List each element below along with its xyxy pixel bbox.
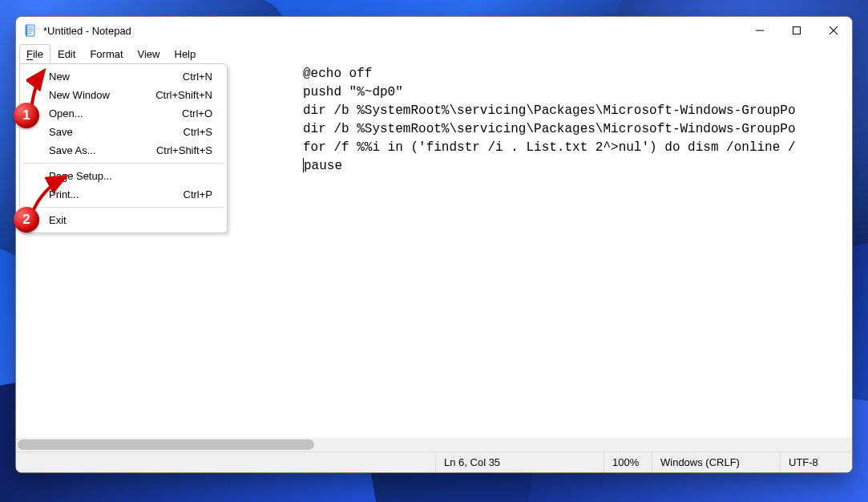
menu-format[interactable]: Format — [83, 44, 130, 63]
titlebar[interactable]: *Untitled - Notepad — [16, 17, 852, 44]
menu-item-new-window[interactable]: New Window Ctrl+Shift+N — [22, 86, 225, 104]
notepad-window: *Untitled - Notepad File New Ctrl+N New … — [15, 16, 853, 473]
menu-item-print[interactable]: Print... Ctrl+P — [22, 185, 225, 204]
menu-separator — [23, 207, 224, 208]
annotation-badge-2: 2 — [14, 207, 39, 233]
status-encoding: UTF-8 — [780, 452, 852, 472]
menu-item-exit[interactable]: Exit — [22, 211, 225, 229]
menu-item-save-as[interactable]: Save As... Ctrl+Shift+S — [22, 141, 225, 160]
maximize-button[interactable] — [778, 17, 815, 44]
menu-separator — [23, 163, 224, 164]
annotation-badge-1: 1 — [14, 103, 39, 128]
scrollbar-thumb[interactable] — [18, 439, 314, 450]
menu-edit[interactable]: Edit — [50, 44, 83, 63]
menu-item-page-setup[interactable]: Page Setup... — [22, 167, 225, 185]
status-position: Ln 6, Col 35 — [435, 452, 604, 472]
menu-item-open[interactable]: Open... Ctrl+O — [22, 104, 225, 123]
horizontal-scrollbar[interactable] — [16, 438, 852, 451]
menu-help[interactable]: Help — [168, 44, 204, 63]
menu-item-save[interactable]: Save Ctrl+S — [22, 123, 225, 141]
svg-rect-7 — [793, 27, 801, 34]
file-menu-dropdown: New Ctrl+N New Window Ctrl+Shift+N Open.… — [19, 63, 228, 233]
notepad-icon — [24, 24, 37, 37]
menu-file[interactable]: File New Ctrl+N New Window Ctrl+Shift+N … — [19, 44, 50, 63]
menu-view[interactable]: View — [131, 44, 168, 63]
status-empty — [16, 452, 435, 472]
minimize-button[interactable] — [741, 17, 778, 44]
close-button[interactable] — [815, 17, 852, 44]
status-zoom: 100% — [604, 452, 652, 472]
statusbar: Ln 6, Col 35 100% Windows (CRLF) UTF-8 — [16, 451, 852, 472]
menu-item-new[interactable]: New Ctrl+N — [22, 67, 225, 86]
window-title: *Untitled - Notepad — [43, 25, 131, 37]
menubar: File New Ctrl+N New Window Ctrl+Shift+N … — [16, 44, 852, 63]
status-eol: Windows (CRLF) — [652, 452, 780, 472]
svg-rect-5 — [26, 25, 27, 36]
